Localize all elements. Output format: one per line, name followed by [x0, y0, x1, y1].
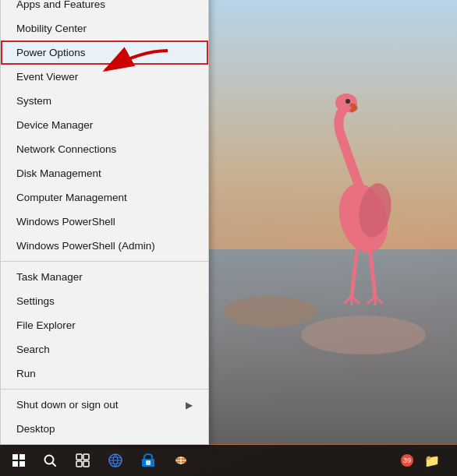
menu-item-label-run: Run [16, 368, 36, 379]
taskbar: 39 📁 [0, 445, 457, 476]
menu-item-label-power-options: Power Options [16, 47, 86, 58]
menu-item-file-explorer[interactable]: File Explorer [1, 313, 208, 337]
context-menu: Apps and FeaturesMobility CenterPower Op… [0, 0, 209, 445]
search-taskbar-icon[interactable] [34, 445, 66, 476]
task-view-icon[interactable] [67, 445, 98, 476]
menu-item-power-options[interactable]: Power Options [1, 41, 208, 65]
menu-item-settings[interactable]: Settings [1, 289, 208, 313]
notification-badge[interactable]: 39 [401, 454, 413, 467]
svg-point-3 [301, 316, 426, 354]
menu-item-windows-powershell-admin[interactable]: Windows PowerShell (Admin) [1, 234, 208, 258]
menu-separator [1, 261, 208, 262]
store-icon[interactable] [133, 445, 164, 476]
svg-rect-13 [76, 454, 82, 460]
svg-rect-16 [83, 461, 89, 467]
menu-item-apps-features[interactable]: Apps and Features [1, 0, 208, 16]
menu-item-label-file-explorer: File Explorer [16, 319, 76, 331]
menu-item-label-search: Search [16, 344, 50, 355]
menu-item-mobility-center[interactable]: Mobility Center [1, 16, 208, 41]
menu-item-label-network-connections: Network Connections [16, 143, 116, 155]
menu-item-network-connections[interactable]: Network Connections [1, 137, 208, 161]
taskbar-right-area: 39 📁 [401, 445, 454, 476]
menu-item-label-settings: Settings [16, 295, 55, 307]
menu-item-label-shut-down-sign-out: Shut down or sign out [16, 399, 119, 411]
menu-item-label-windows-powershell: Windows PowerShell [16, 216, 115, 227]
taskbar-icons [34, 445, 401, 476]
menu-item-label-computer-management: Computer Management [16, 192, 127, 203]
menu-item-shut-down-sign-out[interactable]: Shut down or sign out▶ [1, 393, 208, 417]
menu-item-label-disk-management: Disk Management [16, 167, 101, 179]
menu-item-label-event-viewer: Event Viewer [16, 71, 78, 83]
menu-item-windows-powershell[interactable]: Windows PowerShell [1, 210, 208, 234]
menu-item-disk-management[interactable]: Disk Management [1, 161, 208, 185]
svg-line-12 [52, 463, 55, 466]
menu-item-label-system: System [16, 95, 51, 107]
menu-item-event-viewer[interactable]: Event Viewer [1, 65, 208, 89]
menu-item-label-mobility-center: Mobility Center [16, 23, 87, 34]
menu-item-label-windows-powershell-admin: Windows PowerShell (Admin) [16, 240, 155, 252]
svg-point-6 [345, 99, 350, 104]
menu-item-system[interactable]: System [1, 89, 208, 113]
submenu-arrow-icon: ▶ [186, 400, 193, 411]
menu-separator [1, 389, 208, 390]
menu-item-task-manager[interactable]: Task Manager [1, 265, 208, 289]
menu-item-label-task-manager: Task Manager [16, 271, 83, 283]
browser-icon[interactable] [100, 445, 131, 476]
sports-icon[interactable] [165, 445, 197, 476]
menu-item-run[interactable]: Run [1, 361, 208, 386]
windows-logo-icon [12, 454, 25, 467]
menu-item-device-manager[interactable]: Device Manager [1, 113, 208, 137]
wallpaper-image [207, 0, 457, 444]
menu-item-label-apps-features: Apps and Features [16, 0, 105, 10]
file-explorer-taskbar-icon[interactable]: 📁 [416, 445, 448, 476]
svg-rect-14 [83, 454, 89, 460]
svg-rect-19 [146, 460, 151, 465]
svg-rect-15 [76, 461, 82, 467]
menu-item-computer-management[interactable]: Computer Management [1, 185, 208, 210]
svg-point-2 [223, 296, 317, 327]
start-button[interactable] [3, 445, 34, 476]
menu-item-label-desktop: Desktop [16, 423, 55, 435]
menu-item-search[interactable]: Search [1, 337, 208, 361]
menu-item-label-device-manager: Device Manager [16, 119, 93, 131]
menu-item-desktop[interactable]: Desktop [1, 417, 208, 441]
